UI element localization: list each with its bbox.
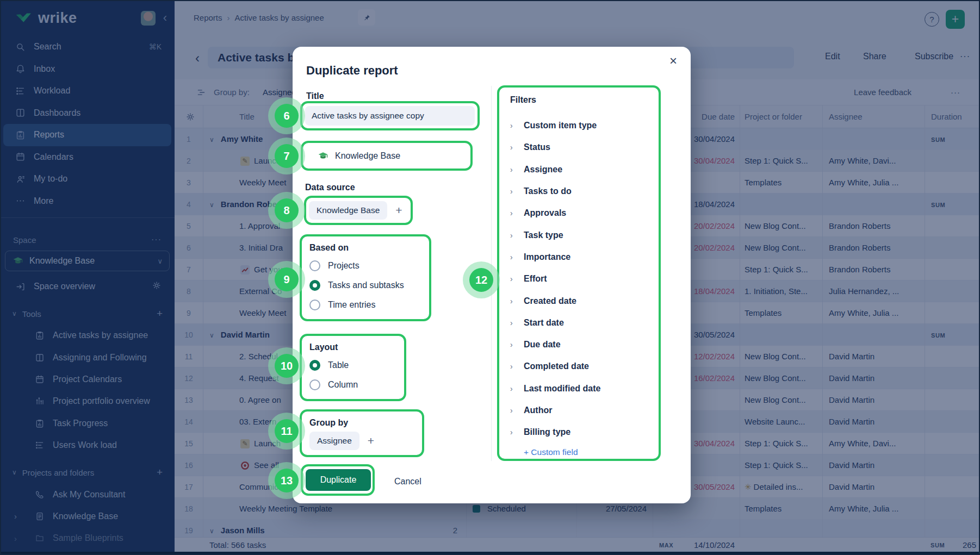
space-field-value: Knowledge Base (335, 151, 400, 161)
step-badge-12: 12 (469, 268, 493, 292)
chevron-right-icon: › (510, 428, 516, 436)
filter-item-due-date[interactable]: › Due date (510, 334, 648, 356)
chevron-right-icon: › (510, 362, 516, 371)
data-source-chip[interactable]: Knowledge Base (309, 201, 387, 220)
data-source-label: Data source (305, 183, 355, 192)
filters-list: › Custom item type › Status › Assignee ›… (510, 115, 648, 443)
based-on-highlight: Based on Projects Tasks and subtasks Tim… (300, 234, 431, 321)
chevron-right-icon: › (510, 297, 516, 305)
chevron-right-icon: › (510, 340, 516, 349)
chevron-right-icon: › (510, 165, 516, 174)
chevron-right-icon: › (510, 384, 516, 393)
filter-item-completed-date[interactable]: › Completed date (510, 356, 648, 377)
graduation-cap-icon (318, 151, 328, 161)
step-badge-7: 7 (275, 144, 299, 168)
step-badge-11: 11 (275, 419, 299, 443)
step-badge-13: 13 (275, 469, 299, 492)
step-badge-9: 9 (275, 267, 299, 291)
filter-item-importance[interactable]: › Importance (510, 246, 648, 268)
group-by-highlight: Group by Assignee + (300, 409, 424, 457)
title-field-highlight: Active tasks by assignee copy (300, 101, 480, 130)
cancel-button[interactable]: Cancel (394, 471, 421, 492)
modal-group-by-label: Group by (309, 416, 414, 431)
filters-label: Filters (510, 95, 648, 115)
step-badge-10: 10 (275, 354, 299, 378)
filter-item-task-type[interactable]: › Task type (510, 224, 648, 246)
radio-unselected-icon[interactable] (309, 260, 320, 271)
custom-field-link[interactable]: + Custom field (524, 447, 648, 457)
step-badge-6: 6 (275, 104, 299, 128)
filters-highlight: Filters › Custom item type › Status › As… (497, 85, 661, 461)
duplicate-button[interactable]: Duplicate (306, 469, 371, 491)
add-data-source-icon[interactable]: + (395, 204, 402, 217)
based-on-option-time-entries[interactable]: Time entries (309, 295, 421, 315)
filter-item-tasks-to-do[interactable]: › Tasks to do (510, 180, 648, 202)
based-on-label: Based on (309, 241, 421, 256)
add-group-by-icon[interactable]: + (368, 434, 374, 447)
filter-item-billing-type[interactable]: › Billing type (510, 421, 648, 443)
report-title-input[interactable]: Active tasks by assignee copy (305, 106, 475, 126)
chevron-right-icon: › (510, 319, 516, 327)
filter-item-last-modified-date[interactable]: › Last modified date (510, 378, 648, 400)
filter-item-effort[interactable]: › Effort (510, 268, 648, 290)
chevron-right-icon: › (510, 275, 516, 283)
space-selector-field[interactable]: Knowledge Base (306, 146, 468, 166)
wrike-app: wrike ‹ Search ⌘K Inbox Workload Dashboa… (0, 0, 980, 555)
filter-item-custom-item-type[interactable]: › Custom item type (510, 115, 648, 136)
filter-item-start-date[interactable]: › Start date (510, 312, 648, 334)
chevron-right-icon: › (510, 406, 516, 415)
chevron-right-icon: › (510, 253, 516, 261)
chevron-right-icon: › (510, 143, 516, 152)
layout-highlight: Layout Table Column (300, 334, 406, 401)
layout-option-column[interactable]: Column (309, 375, 396, 395)
chevron-right-icon: › (510, 187, 516, 196)
group-by-chip[interactable]: Assignee (309, 432, 359, 450)
radio-selected-icon[interactable] (309, 280, 320, 291)
filter-item-author[interactable]: › Author (510, 400, 648, 421)
close-icon[interactable]: × (665, 52, 682, 70)
space-field-highlight: Knowledge Base (301, 141, 473, 171)
based-on-option-tasks-and-subtasks[interactable]: Tasks and subtasks (309, 276, 421, 295)
data-source-highlight: Knowledge Base + (304, 196, 413, 225)
chevron-right-icon: › (510, 231, 516, 240)
layout-option-table[interactable]: Table (309, 356, 396, 375)
chevron-right-icon: › (510, 209, 516, 217)
layout-options: Table Column (309, 356, 396, 395)
title-field-label: Title (306, 91, 324, 101)
duplicate-report-modal: Duplicate report × Title Active tasks by… (293, 47, 691, 503)
based-on-options: Projects Tasks and subtasks Time entries (309, 256, 421, 315)
radio-unselected-icon[interactable] (309, 300, 320, 310)
radio-selected-icon[interactable] (309, 360, 320, 371)
filter-item-status[interactable]: › Status (510, 136, 648, 158)
modal-title: Duplicate report (306, 64, 398, 78)
duplicate-button-highlight: Duplicate (301, 464, 375, 496)
filter-item-approvals[interactable]: › Approvals (510, 202, 648, 224)
window-bottom-edge (0, 552, 980, 555)
radio-unselected-icon[interactable] (309, 379, 320, 390)
chevron-right-icon: › (510, 121, 516, 130)
step-badge-8: 8 (275, 198, 299, 222)
layout-label: Layout (309, 340, 396, 356)
filter-item-created-date[interactable]: › Created date (510, 290, 648, 311)
filter-item-assignee[interactable]: › Assignee (510, 159, 648, 180)
based-on-option-projects[interactable]: Projects (309, 256, 421, 276)
